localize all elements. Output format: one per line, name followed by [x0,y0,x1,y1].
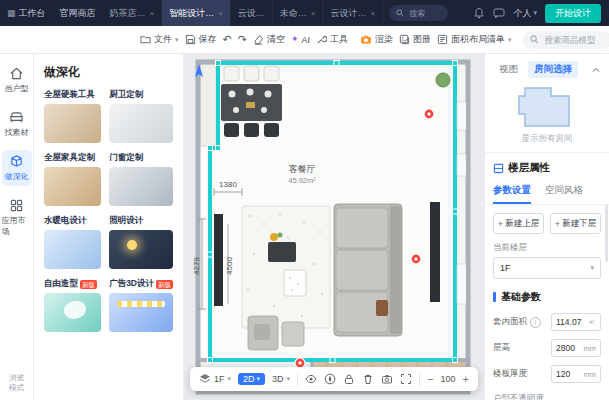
divider [297,373,298,386]
save-button[interactable]: 保存 [185,33,217,46]
scrollbar[interactable] [605,204,608,262]
close-icon[interactable]: × [150,9,155,18]
floorplan-canvas[interactable]: 1380 4279 4500 客餐厅 45.92m² 1F ▾ 2D ▾ 3D … [184,54,484,400]
design-tab[interactable]: 奶茶店… × [103,0,163,26]
info-icon[interactable]: i [530,317,541,328]
topbar-search[interactable] [389,5,448,21]
dining-chair[interactable] [264,66,279,81]
view-2d-button[interactable]: 2D ▾ [238,373,265,385]
album-button[interactable]: 图册 [399,33,431,46]
card-label: 照明设计 [109,215,143,227]
visibility-button[interactable] [305,373,317,385]
floor-switcher[interactable]: 1F ▾ [199,373,231,385]
house-preview[interactable] [485,82,609,133]
area-input[interactable]: 114.07 ㎡ [551,313,601,331]
close-icon[interactable]: × [371,9,376,18]
rail-item-draw-floorplan[interactable]: 画户型 [2,62,32,98]
add-upper-floor-button[interactable]: + 新建上层 [493,213,544,234]
message-icon[interactable] [493,7,505,19]
rail-item-find-materials[interactable]: 找素材 [2,106,32,142]
clear-button[interactable]: 清空 [253,33,285,46]
user-menu[interactable]: 个人 ▾ [513,7,537,20]
redo-icon: ↷ [238,34,247,45]
model-search[interactable] [523,31,609,49]
ottoman[interactable] [284,270,306,296]
add-lower-floor-button[interactable]: + 新建下层 [550,213,601,234]
ai-button[interactable]: ✦ AI [291,35,310,45]
show-all-rooms[interactable]: 显示所有房间 [485,133,609,153]
section-accent-bar [493,292,496,302]
subtab-params[interactable]: 参数设置 [493,179,531,204]
card-free-modeling[interactable]: 自由造型 新版 [44,278,101,332]
card-label: 广告3D设计 [109,278,154,290]
tab-label: 奶茶店… [110,7,146,20]
current-floor-label: 当前楼层 [485,234,609,257]
tv-cabinet[interactable] [214,214,223,306]
floor-icon [493,163,504,174]
start-design-button[interactable]: 开始设计 [545,4,601,23]
zoom-in-button[interactable]: + [463,374,469,385]
dining-chair[interactable] [224,66,239,81]
card-plumbing-electric[interactable]: 水暖电设计 [44,215,101,269]
media-wall[interactable] [430,202,440,302]
tools-label: 工具 [330,33,348,46]
card-lighting-design[interactable]: 照明设计 [109,215,173,269]
workbench-button[interactable]: ▦ 工作台 [0,0,53,26]
save-label: 保存 [199,33,217,46]
flowers[interactable] [270,233,278,241]
card-ad-3d-design[interactable]: 广告3D设计 新版 [109,278,173,332]
dining-chair[interactable] [224,123,239,137]
dining-set[interactable] [221,66,282,137]
area-list-button[interactable]: 面积布局清单 ▾ [437,33,512,46]
screenshot-button[interactable] [381,373,393,385]
zoom-out-button[interactable]: − [427,374,433,385]
render-button[interactable]: 渲染 [360,33,393,46]
tab-view[interactable]: 视图 [493,61,524,78]
delete-button[interactable] [362,373,374,385]
store-button[interactable]: 官网商店 [53,0,103,26]
coffee-table[interactable] [268,242,296,262]
floor-select[interactable]: 1F ▾ [493,257,601,279]
collapse-panel-icon[interactable] [591,65,601,75]
view-3d-button[interactable]: 3D ▾ [272,374,290,384]
tab-room-select[interactable]: 房间选择 [528,61,578,78]
card-doors-windows[interactable]: 门窗定制 [109,152,173,206]
slab-input[interactable]: 120 mm [551,365,601,383]
dining-chair[interactable] [244,66,259,81]
add-lower-label: 新建下层 [562,218,596,230]
design-tab[interactable]: 云设… [231,0,273,26]
topbar-search-input[interactable] [407,8,441,19]
base-params-title: 基础参数 [501,290,541,304]
bell-icon[interactable] [473,7,485,19]
wrench-icon [316,34,327,45]
card-hard-decor-tools[interactable]: 全屋硬装工具 [44,89,101,143]
dining-chair[interactable] [264,123,279,137]
subtab-style[interactable]: 空间风格 [545,179,583,204]
close-icon[interactable]: × [218,9,223,18]
rail-item-app-market[interactable]: 应用市场 [2,194,32,241]
rug[interactable] [242,206,330,328]
fit-view-button[interactable] [400,373,412,385]
redo-button[interactable]: ↷ [238,34,247,45]
design-tab-active[interactable]: 智能设计… × [162,0,231,26]
undo-button[interactable]: ↶ [223,34,232,45]
chevron-down-icon: ▾ [257,375,261,383]
card-kitchen-bath[interactable]: 厨卫定制 [109,89,173,143]
file-button[interactable]: 文件 ▾ [140,33,179,46]
model-search-input[interactable] [543,34,605,46]
lock-button[interactable] [343,373,355,385]
card-custom-furniture[interactable]: 全屋家具定制 [44,152,101,206]
search-icon [396,9,404,17]
design-tab[interactable]: 云设计… × [324,0,384,26]
store-label: 官网商店 [60,7,96,20]
tools-button[interactable]: 工具 [316,33,348,46]
sofa[interactable] [334,204,402,336]
close-icon[interactable]: × [311,9,316,18]
plant[interactable] [436,73,450,87]
design-tab[interactable]: 未命… × [273,0,324,26]
compass-button[interactable] [324,373,336,385]
height-input[interactable]: 2800 mm [551,339,601,357]
dining-chair[interactable] [244,123,259,137]
rail-item-deepen[interactable]: 做深化 [2,150,32,186]
rail-bottom-label[interactable]: 浏览模式 [6,373,28,392]
